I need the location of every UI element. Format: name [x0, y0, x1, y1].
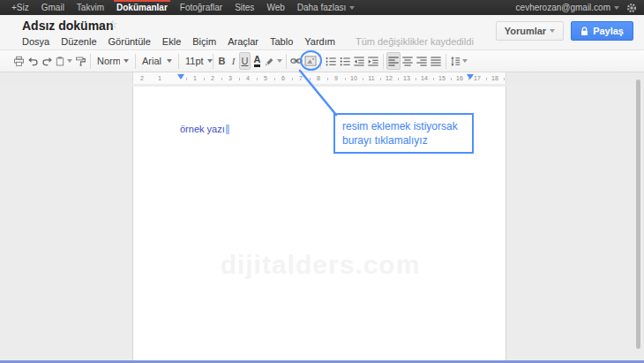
undo-button[interactable]	[26, 52, 40, 70]
font-dropdown[interactable]: Arial	[139, 52, 176, 70]
ruler-number: 16	[456, 75, 463, 81]
topbar-item-web[interactable]: Web	[260, 0, 290, 15]
document-header: Adsız doküman ☆ Dosya Düzenle Görüntüle …	[0, 15, 644, 49]
toolbar-separator	[286, 54, 287, 69]
insert-image-wrap	[303, 52, 318, 70]
topbar-item-sites[interactable]: Sites	[228, 0, 260, 15]
ruler-page-band: 21123456789101112131415161718	[132, 72, 506, 84]
topbar-item-more[interactable]: Daha fazlası	[291, 0, 362, 15]
text-cursor	[226, 125, 229, 134]
callout-box: resim eklemek istiyorsak burayı tıklamal…	[333, 113, 474, 154]
ruler-tick	[433, 78, 434, 80]
ruler-tick	[327, 78, 328, 80]
paint-format-button[interactable]	[73, 52, 87, 70]
topbar-item-plus-you[interactable]: +Siz	[5, 0, 35, 15]
ruler-number: 8	[317, 75, 320, 81]
ruler-number: 13	[403, 75, 410, 81]
star-icon[interactable]: ☆	[108, 18, 118, 31]
menu-bar: Dosya Düzenle Görüntüle Ekle Biçim Araçl…	[22, 36, 474, 47]
align-left-button[interactable]	[386, 52, 401, 70]
bulleted-list-button[interactable]	[338, 52, 352, 70]
menu-view[interactable]: Görüntüle	[109, 36, 151, 47]
indent-button[interactable]	[366, 52, 380, 70]
italic-button[interactable]: I	[228, 52, 239, 70]
topbar-item-calendar[interactable]: Takvim	[71, 0, 110, 15]
menu-insert[interactable]: Ekle	[162, 36, 181, 47]
ruler[interactable]: 21123456789101112131415161718	[0, 72, 644, 84]
redo-button[interactable]	[40, 52, 54, 70]
ruler-number: 6	[281, 75, 285, 81]
ruler-tick	[345, 78, 346, 80]
menu-edit[interactable]: Düzenle	[61, 36, 96, 47]
web-clipboard-button[interactable]	[54, 52, 73, 70]
align-justify-button[interactable]	[429, 52, 443, 70]
ruler-number: 11	[368, 75, 374, 81]
align-right-button[interactable]	[415, 52, 429, 70]
right-indent-marker[interactable]	[467, 74, 474, 79]
ruler-tick	[204, 78, 205, 80]
align-center-button[interactable]	[401, 52, 415, 70]
header-buttons: Yorumlar Paylaş	[496, 21, 633, 41]
ruler-tick	[416, 78, 416, 80]
ruler-number: 1	[193, 75, 197, 81]
ruler-number: 7	[299, 75, 303, 81]
document-title[interactable]: Adsız doküman	[22, 19, 113, 33]
account-email[interactable]: cevherozan@gmail.com	[511, 3, 625, 12]
text-color-button[interactable]: A	[251, 52, 264, 70]
line-spacing-button[interactable]	[449, 52, 468, 70]
styles-dropdown[interactable]: Normal m...	[94, 52, 132, 70]
print-button[interactable]	[11, 52, 26, 70]
chevron-down-icon	[167, 59, 172, 63]
menu-format[interactable]: Biçim	[192, 36, 216, 47]
insert-image-button[interactable]	[303, 52, 318, 70]
ruler-tick	[504, 78, 505, 80]
topbar-account-area: cevherozan@gmail.com	[511, 0, 644, 15]
ruler-tick	[257, 78, 258, 80]
menu-help[interactable]: Yardım	[304, 36, 335, 47]
outdent-button[interactable]	[352, 52, 366, 70]
ruler-tick	[363, 78, 363, 80]
toolbar-separator	[178, 54, 179, 69]
underline-button[interactable]: U	[239, 52, 251, 70]
ruler-number: 17	[474, 75, 481, 81]
menu-file[interactable]: Dosya	[22, 36, 49, 47]
topbar-nav: +Siz Gmail Takvim Dokümanlar Fotoğraflar…	[0, 0, 361, 15]
topbar-item-gmail[interactable]: Gmail	[35, 0, 71, 15]
bold-button[interactable]: B	[216, 52, 228, 70]
ruler-number: 2	[140, 75, 144, 81]
gear-icon[interactable]	[625, 2, 639, 14]
lock-icon	[580, 26, 588, 36]
left-indent-marker[interactable]	[177, 74, 184, 79]
ruler-tick	[274, 78, 275, 80]
chevron-down-icon	[349, 6, 355, 10]
ruler-number: 15	[438, 75, 446, 81]
topbar-item-photos[interactable]: Fotoğraflar	[174, 0, 228, 15]
font-size-dropdown[interactable]: 11pt	[182, 52, 210, 70]
watermark: dijitalders.com	[133, 250, 507, 280]
ruler-tick	[310, 78, 311, 80]
chevron-down-icon	[614, 6, 619, 10]
share-button[interactable]: Paylaş	[571, 21, 633, 41]
highlight-color-button[interactable]	[264, 52, 283, 70]
toolbar-separator	[446, 54, 446, 69]
document-canvas[interactable]: dijitalders.com örnek yazı resim eklemek…	[0, 84, 644, 363]
toolbar-separator	[213, 54, 213, 69]
formatting-toolbar: Normal m... Arial 11pt B I U A	[0, 49, 644, 72]
menu-tools[interactable]: Araçlar	[228, 36, 258, 47]
vertical-scrollbar[interactable]	[636, 79, 640, 349]
chevron-down-icon	[207, 59, 213, 63]
topbar-item-documents[interactable]: Dokümanlar	[110, 0, 174, 15]
document-text[interactable]: örnek yazı	[180, 124, 229, 134]
chevron-down-icon	[550, 29, 555, 33]
ruler-tick	[380, 78, 381, 80]
ruler-number: 5	[264, 75, 267, 81]
ruler-tick	[186, 78, 187, 80]
ruler-number: 12	[386, 75, 393, 81]
menu-table[interactable]: Tablo	[270, 36, 293, 47]
numbered-list-button[interactable]	[324, 52, 338, 70]
insert-link-button[interactable]	[289, 52, 303, 70]
toolbar-separator	[90, 54, 91, 69]
comments-button[interactable]: Yorumlar	[496, 21, 564, 41]
ruler-tick	[451, 78, 452, 80]
ruler-tick	[292, 78, 293, 80]
